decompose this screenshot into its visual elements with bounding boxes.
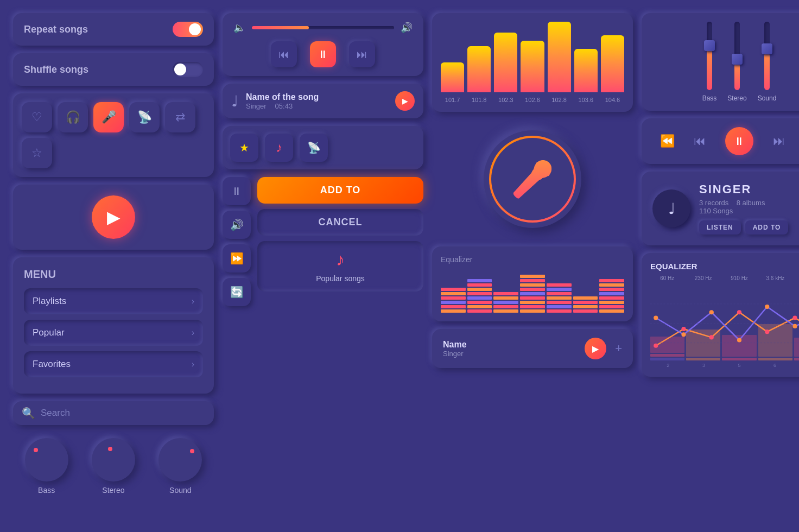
column-3: 101.7 101.8 102.3 102.6 102.8 103.6 104.… bbox=[432, 13, 633, 500]
ff-side-button[interactable]: ⏩ bbox=[223, 244, 251, 273]
mic-circle[interactable]: 🎤 bbox=[484, 130, 581, 228]
sound-knob-wrap: Sound bbox=[158, 438, 202, 495]
sliders-card: Bass Stereo Sound bbox=[642, 13, 799, 111]
bass-fill bbox=[707, 49, 712, 90]
action-side-buttons: ⏸ 🔊 ⏩ 🔄 bbox=[223, 177, 251, 306]
singer-records: 3 records bbox=[699, 199, 728, 207]
svg-point-12 bbox=[792, 324, 797, 328]
sound-knob[interactable] bbox=[158, 438, 202, 482]
eq-seg bbox=[520, 309, 545, 313]
next-button[interactable]: ⏭ bbox=[349, 41, 375, 67]
rw-button[interactable]: ⏪ bbox=[660, 134, 675, 148]
vol-high-icon: 🔊 bbox=[401, 22, 413, 34]
eq-seg bbox=[599, 296, 624, 300]
sound-label: Sound bbox=[169, 486, 191, 495]
small-icons-card: ★ ♪ 📡 bbox=[223, 126, 423, 169]
sound-thumb[interactable] bbox=[762, 43, 772, 54]
actions-area: ⏸ 🔊 ⏩ 🔄 ADD TO CANCEL ♪ Popular songs bbox=[223, 177, 423, 306]
singer-name: SINGER bbox=[699, 182, 799, 197]
ns-play-button[interactable]: ▶ bbox=[585, 338, 606, 359]
cancel-button[interactable]: CANCEL bbox=[257, 209, 423, 236]
popular-songs-card[interactable]: ♪ Popular songs bbox=[257, 241, 423, 292]
eq-seg bbox=[547, 309, 572, 313]
stereo-slider[interactable] bbox=[734, 22, 740, 90]
star-filled-button[interactable]: ★ bbox=[230, 134, 258, 162]
menu-popular[interactable]: Popular › bbox=[24, 320, 203, 346]
eq-x-3: 3 bbox=[686, 363, 722, 368]
eq-seg bbox=[547, 292, 572, 295]
headphones-button[interactable]: 🎧 bbox=[58, 102, 88, 132]
freq-bar-1 bbox=[467, 46, 491, 92]
shuffle-songs-row: Shuffle songs bbox=[13, 53, 214, 86]
menu-playlists[interactable]: Playlists › bbox=[24, 288, 203, 314]
eq-seg bbox=[547, 301, 572, 304]
ns-add-button[interactable]: + bbox=[615, 341, 622, 356]
repeat-songs-label: Repeat songs bbox=[24, 24, 88, 35]
mic-ring: 🎤 bbox=[489, 136, 576, 223]
heart-button[interactable]: ♡ bbox=[22, 102, 52, 132]
eq-seg bbox=[573, 305, 598, 308]
repeat-side-button[interactable]: 🔄 bbox=[223, 278, 251, 306]
volume-bar[interactable] bbox=[252, 26, 394, 29]
eq-seg bbox=[599, 292, 624, 295]
pause-button[interactable]: ⏸ bbox=[310, 41, 336, 67]
search-input[interactable] bbox=[41, 408, 205, 419]
pause-side-button[interactable]: ⏸ bbox=[223, 177, 251, 205]
freq-bar-6 bbox=[601, 35, 624, 92]
prev2-button[interactable]: ⏮ bbox=[694, 134, 706, 148]
listen-button[interactable]: LISTEN bbox=[699, 220, 741, 235]
music-note-button[interactable]: ♪ bbox=[265, 134, 293, 162]
eq-freq-14k: 14 kHz bbox=[795, 275, 799, 281]
song-duration: 05:43 bbox=[275, 102, 293, 110]
bass-thumb[interactable] bbox=[704, 40, 715, 51]
freq-bar-3 bbox=[521, 41, 544, 92]
stereo-thumb[interactable] bbox=[732, 54, 743, 65]
freq-label-4: 102.8 bbox=[548, 97, 571, 103]
eq-grid-title: Equalizer bbox=[441, 255, 624, 264]
eq-freq-230: 230 Hz bbox=[686, 275, 720, 281]
eq-seg bbox=[441, 296, 466, 300]
big-play-container: ▶ bbox=[13, 185, 214, 250]
pause2-button[interactable]: ⏸ bbox=[725, 127, 753, 155]
freq-bar-2 bbox=[494, 33, 517, 92]
big-play-button[interactable]: ▶ bbox=[92, 195, 135, 239]
next2-button[interactable]: ⏭ bbox=[773, 134, 785, 148]
broadcast-small-button[interactable]: 📡 bbox=[300, 134, 328, 162]
song-item-card: ♩ Name of the song Singer 05:43 ▶ bbox=[223, 84, 423, 118]
menu-favorites-label: Favorites bbox=[33, 359, 71, 370]
vol-low-icon: 🔈 bbox=[233, 22, 245, 34]
menu-favorites[interactable]: Favorites › bbox=[24, 351, 203, 377]
singer-stats: 3 records 8 albums 110 Songs bbox=[699, 199, 799, 215]
star-button[interactable]: ☆ bbox=[22, 138, 52, 168]
shuffle-button[interactable]: ⇄ bbox=[165, 102, 195, 132]
singer-addto-button[interactable]: ADD TO bbox=[745, 220, 789, 235]
prev-button[interactable]: ⏮ bbox=[271, 41, 297, 67]
mic-button[interactable]: 🎤 bbox=[93, 102, 124, 132]
eq-seg bbox=[520, 275, 545, 278]
broadcast-button[interactable]: 📡 bbox=[129, 102, 160, 132]
freq-bar-5 bbox=[574, 49, 598, 92]
bass-knob[interactable] bbox=[25, 438, 68, 482]
sound-slider[interactable] bbox=[764, 22, 770, 90]
eq-col-6 bbox=[599, 279, 624, 313]
shuffle-songs-toggle[interactable] bbox=[173, 62, 203, 77]
eq-seg bbox=[467, 292, 492, 295]
knobs-row: Bass Stereo Sound bbox=[13, 433, 214, 500]
eq-seg bbox=[467, 301, 492, 304]
eq-seg bbox=[547, 305, 572, 308]
add-to-button[interactable]: ADD TO bbox=[257, 177, 423, 204]
search-row: 🔍 bbox=[13, 401, 214, 425]
eq-x-6: 6 bbox=[757, 363, 793, 368]
vol-side-button[interactable]: 🔊 bbox=[223, 211, 251, 239]
freq-label-2: 102.3 bbox=[494, 97, 517, 103]
repeat-songs-toggle[interactable] bbox=[173, 22, 203, 37]
freq-label-6: 104.6 bbox=[601, 97, 624, 103]
eq-col-0 bbox=[441, 288, 466, 313]
bass-slider[interactable] bbox=[707, 22, 712, 90]
eq-seg bbox=[520, 301, 545, 304]
microphone-icon: 🎤 bbox=[511, 159, 554, 200]
stereo-knob[interactable] bbox=[92, 438, 135, 482]
popular-icon: ♪ bbox=[336, 250, 345, 270]
eq-x-2: 2 bbox=[650, 363, 686, 368]
song-play-button[interactable]: ▶ bbox=[395, 91, 415, 111]
